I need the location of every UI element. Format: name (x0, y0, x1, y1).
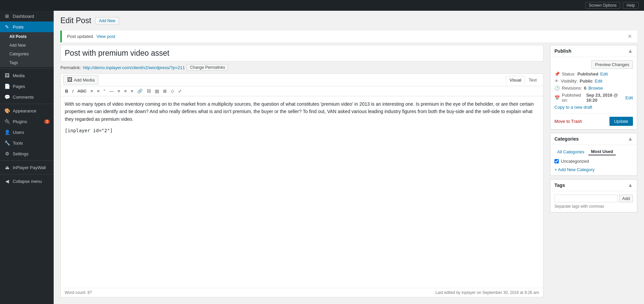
tags-meta-box-body: Add Separate tags with commas (550, 191, 637, 212)
sidebar-item-collapse[interactable]: ◀ Collapse menu (0, 176, 54, 187)
toolbar-ordered-list[interactable]: ≡ (95, 88, 101, 95)
post-shortcode: [inplayer id="2"] (65, 127, 539, 134)
editor-content[interactable]: With so many types of video inventory co… (61, 96, 543, 288)
toolbar-align-right[interactable]: ≡ (129, 88, 135, 95)
sidebar-item-posts[interactable]: ✎ Posts (0, 21, 54, 32)
post-title-input[interactable] (60, 45, 543, 61)
sidebar-item-appearance[interactable]: 🎨 Appearance (0, 105, 54, 116)
last-edited: Last edited by inplayer on September 30,… (435, 290, 539, 295)
tags-input[interactable] (554, 195, 618, 202)
tags-meta-box-header[interactable]: Tags ▲ (550, 180, 637, 191)
sidebar-item-inplayer[interactable]: ⏏ InPlayer PayWall (0, 162, 54, 173)
sidebar-item-label: Posts (13, 24, 24, 30)
visibility-value: Public (580, 79, 593, 84)
sidebar-item-dashboard[interactable]: ⊞ Dashboard (0, 11, 54, 21)
toolbar-italic[interactable]: I (70, 88, 75, 95)
category-item-uncategorized: Uncategorized (554, 158, 633, 164)
sidebar-item-label: Media (13, 73, 24, 78)
toolbar-strikethrough[interactable]: ABC (76, 88, 88, 95)
toolbar-align-center[interactable]: ≡ (122, 88, 128, 95)
add-media-button[interactable]: 🖼 Add Media (63, 75, 98, 85)
categories-meta-box-header[interactable]: Categories ▲ (550, 133, 637, 145)
sidebar-item-plugins[interactable]: 🔌 Plugins 3 (0, 116, 54, 127)
status-row: 📌 Status: Published Edit (554, 71, 633, 77)
sidebar-item-pages[interactable]: 📄 Pages (0, 81, 54, 92)
all-categories-tab[interactable]: All Categories (554, 148, 587, 155)
admin-top-bar: Screen Options Help (0, 0, 644, 11)
sidebar: ⊞ Dashboard ✎ Posts All Posts Add New Ca… (0, 11, 54, 304)
categories-title: Categories (554, 136, 579, 142)
toolbar-link[interactable]: 🔗 (136, 88, 144, 95)
sidebar-item-users[interactable]: 👤 Users (0, 127, 54, 138)
visibility-icon: 👁 (554, 79, 559, 84)
help-button[interactable]: Help (623, 2, 639, 9)
toolbar-html[interactable]: ◇ (169, 88, 176, 95)
add-tag-button[interactable]: Add (619, 195, 633, 202)
publish-meta-box: Publish ▲ Preview Changes 📌 Status: Publ… (550, 45, 637, 130)
sidebar-item-label: Settings (13, 151, 29, 156)
status-value: Published (577, 71, 598, 77)
revisions-icon: 🕐 (554, 86, 560, 91)
toolbar-fullscreen[interactable]: ⤢ (176, 88, 183, 95)
collapse-icon: ◀ (4, 179, 10, 184)
toolbar-hr[interactable]: — (108, 88, 115, 95)
dashboard-icon: ⊞ (4, 13, 10, 19)
sidebar-item-media[interactable]: 🖼 Media (0, 70, 54, 81)
publish-meta-box-header[interactable]: Publish ▲ (550, 45, 637, 57)
sidebar-item-categories[interactable]: Categories (0, 50, 54, 58)
notification-close-button[interactable]: ✕ (628, 33, 632, 40)
sidebar-item-label: InPlayer PayWall (13, 165, 46, 170)
screen-options-button[interactable]: Screen Options (585, 2, 621, 9)
tags-meta-box: Tags ▲ Add Separate tags with commas (550, 179, 637, 212)
add-media-row: 🖼 Add Media (63, 75, 98, 85)
users-icon: 👤 (4, 130, 10, 135)
tags-input-row: Add (554, 195, 633, 202)
sidebar-item-tools[interactable]: 🔧 Tools (0, 138, 54, 148)
categories-meta-box-body: All Categories Most Used Uncategorized +… (550, 145, 637, 175)
visibility-label: Visibility: (561, 79, 578, 84)
published-on-edit-link[interactable]: Edit (626, 95, 633, 100)
sidebar-item-add-new[interactable]: Add New (0, 41, 54, 50)
content-area: Edit Post Add New Post updated. View pos… (54, 11, 644, 304)
toolbar-blockquote[interactable]: " (102, 88, 107, 95)
update-button[interactable]: Update (609, 117, 633, 126)
move-to-trash-link[interactable]: Move to Trash (554, 119, 582, 124)
copy-draft-link[interactable]: Copy to a new draft (554, 105, 633, 110)
sidebar-divider-1 (0, 68, 54, 69)
add-new-button[interactable]: Add New (95, 17, 119, 24)
view-post-link[interactable]: View post (96, 34, 115, 39)
permalink-label: Permalink: (60, 65, 81, 70)
category-checkbox-uncategorized[interactable] (554, 159, 559, 163)
sidebar-item-all-posts[interactable]: All Posts (0, 32, 54, 41)
toolbar-more[interactable]: ▤ (153, 88, 161, 95)
toolbar-unlink[interactable]: ⛓ (145, 88, 153, 95)
tab-visual[interactable]: Visual (506, 76, 525, 84)
toolbar-table[interactable]: ⊞ (161, 88, 168, 95)
permalink-link[interactable]: http://demo.inplayer.com/client/v2/wordp… (83, 65, 185, 70)
change-permalink-button[interactable]: Change Permalinks (187, 64, 228, 71)
right-sidebar: Publish ▲ Preview Changes 📌 Status: Publ… (550, 45, 637, 297)
toolbar-align-left[interactable]: ≡ (116, 88, 122, 95)
published-on-value: Sep 23, 2016 @ 16:20 (586, 93, 624, 103)
settings-icon: ⚙ (4, 151, 10, 156)
most-used-tab[interactable]: Most Used (588, 148, 616, 155)
tools-icon: 🔧 (4, 140, 10, 146)
toolbar-unordered-list[interactable]: ≡ (89, 88, 95, 95)
tab-text[interactable]: Text (525, 76, 540, 84)
notification-bar: Post updated. View post ✕ (60, 31, 637, 42)
sidebar-item-tags[interactable]: Tags (0, 58, 54, 67)
toolbar-row: B I ABC ≡ ≡ " — ≡ ≡ ≡ 🔗 ⛓ ▤ ⊞ ◇ (61, 86, 543, 96)
published-on-icon: 📅 (554, 95, 560, 100)
toolbar-bold[interactable]: B (63, 88, 70, 95)
status-edit-link[interactable]: Edit (600, 71, 608, 77)
sidebar-item-comments[interactable]: 💬 Comments (0, 92, 54, 102)
sidebar-item-settings[interactable]: ⚙ Settings (0, 148, 54, 159)
visibility-edit-link[interactable]: Edit (595, 79, 602, 84)
post-content-paragraph: With so many types of video inventory co… (65, 100, 539, 123)
tags-toggle-icon: ▲ (628, 182, 633, 188)
revisions-browse-link[interactable]: Browse (588, 86, 603, 91)
preview-changes-button[interactable]: Preview Changes (591, 60, 633, 69)
categories-meta-box: Categories ▲ All Categories Most Used Un… (550, 133, 637, 176)
add-new-category-link[interactable]: + Add New Category (554, 167, 633, 172)
add-media-icon: 🖼 (67, 77, 72, 83)
